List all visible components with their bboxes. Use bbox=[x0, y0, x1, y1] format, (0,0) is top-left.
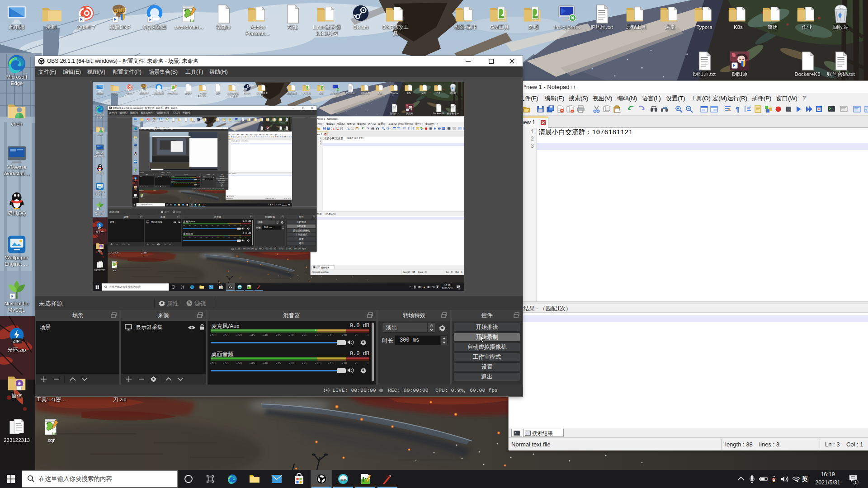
svg-text:¶: ¶ bbox=[736, 105, 739, 113]
svg-text:ab: ab bbox=[254, 136, 255, 137]
svg-text:¶: ¶ bbox=[268, 136, 269, 137]
svg-text:¶: ¶ bbox=[408, 127, 410, 130]
svg-text:画笔: 画笔 bbox=[386, 475, 391, 478]
svg-text:ab: ab bbox=[377, 127, 378, 129]
svg-text:画笔: 画笔 bbox=[258, 285, 260, 286]
svg-text:画笔: 画笔 bbox=[203, 204, 204, 205]
svg-text:ab: ab bbox=[663, 106, 667, 110]
